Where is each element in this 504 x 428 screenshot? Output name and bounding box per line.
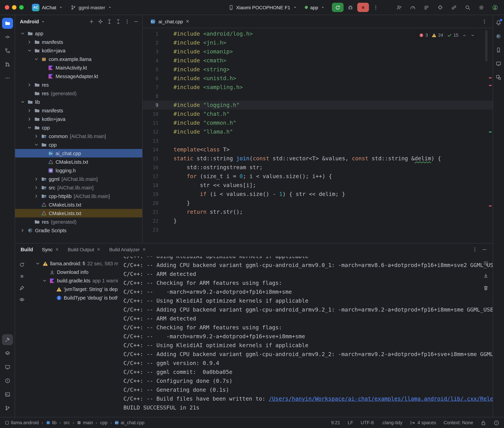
editor-scrollbar[interactable] (485, 30, 487, 62)
close-tab-icon[interactable]: ✕ (186, 19, 189, 24)
tree-item-cpp[interactable]: cpp (15, 140, 142, 149)
build-tree-item-build-gradle-kts[interactable]: build.gradle.ktsapp 1 warning (29, 276, 118, 285)
next-problem-icon[interactable] (470, 33, 475, 38)
project-selector[interactable]: AC AiChat (29, 2, 66, 13)
code-with-me-button[interactable] (394, 3, 404, 12)
chevron-right-icon[interactable] (34, 133, 39, 139)
run-config-selector[interactable]: app (302, 3, 328, 11)
tree-item-common[interactable]: common[AiChat.lib.main] (15, 132, 142, 140)
close-window-button[interactable] (5, 5, 9, 10)
chevron-down-icon[interactable] (34, 142, 39, 148)
logcat-tool-button[interactable] (422, 3, 431, 12)
rerun-button[interactable] (18, 261, 26, 269)
expand-all-button[interactable] (105, 17, 113, 26)
build-tab-build-output[interactable]: Build Output✕ (68, 247, 100, 252)
chevron-right-icon[interactable] (34, 176, 39, 182)
soft-wrap-button[interactable] (482, 259, 490, 267)
breadcrumb-item-src[interactable]: src (64, 420, 70, 425)
kebab-button[interactable] (123, 17, 131, 26)
file-encoding[interactable]: UTF-8 (361, 420, 374, 425)
breadcrumb-item-main[interactable]: main (77, 420, 93, 425)
tree-item-manifests[interactable]: manifests (15, 106, 142, 115)
build-variants-tool-button[interactable] (2, 348, 13, 359)
zoom-window-button[interactable] (19, 5, 24, 10)
share-button[interactable] (449, 3, 459, 12)
console-file-link[interactable]: /Users/hanyin/Workspace/ai-chat/examples… (269, 395, 493, 402)
context-widget[interactable]: Context: None (444, 420, 473, 425)
inspections-widget[interactable] (494, 420, 499, 425)
chevron-down-icon[interactable] (20, 31, 25, 36)
error-stripe[interactable] (488, 28, 493, 243)
chevron-down-icon[interactable] (42, 278, 47, 283)
chevron-right-icon[interactable] (27, 39, 32, 45)
terminal-tool-button[interactable] (2, 389, 13, 400)
plugins-button[interactable] (436, 3, 445, 12)
stop-button[interactable] (357, 3, 369, 12)
minimize-window-button[interactable] (12, 5, 17, 10)
clang-tidy-widget[interactable]: .clang-tidy (381, 420, 402, 425)
tree-item-res[interactable]: res (15, 81, 142, 89)
chevron-right-icon[interactable] (27, 108, 32, 113)
stop-square-button[interactable] (18, 272, 26, 280)
tree-item-manifests[interactable]: manifests (15, 38, 142, 46)
chevron-down-icon[interactable] (27, 125, 32, 130)
project-tool-button[interactable] (2, 18, 13, 29)
running-devices-tool-button[interactable] (2, 362, 13, 372)
hide-button[interactable] (132, 17, 140, 26)
inspection-widget[interactable]: 3 24 15 (416, 30, 478, 41)
hide-tool-window-icon[interactable] (482, 247, 487, 252)
build-tab-build-analyzer[interactable]: Build Analyzer✕ (109, 247, 146, 252)
problems-tool-button[interactable] (2, 375, 13, 386)
pull-requests-tool-button[interactable] (2, 59, 13, 70)
breadcrumb-item-cpp[interactable]: cpp (100, 420, 108, 425)
more-run-options-button[interactable] (371, 3, 381, 12)
tree-item-src[interactable]: src[AiChat.lib.main] (15, 183, 142, 192)
scroll-to-end-button[interactable] (482, 272, 490, 280)
chevron-down-icon[interactable] (27, 48, 32, 53)
eye-button[interactable] (18, 296, 26, 304)
plus-button[interactable] (87, 17, 96, 26)
profiler-button[interactable] (408, 3, 418, 12)
editor-body[interactable]: 1#include <android/log.h>2#include <jni.… (143, 28, 493, 243)
structure-tool-button[interactable] (2, 45, 13, 56)
line-separator[interactable]: LF (348, 420, 353, 425)
locate-button[interactable] (96, 17, 105, 26)
tree-item-cpp[interactable]: cpp (15, 123, 142, 132)
build-tree-item-llama-android-fi[interactable]: llama.android: fi22 sec, 583 ms (29, 259, 118, 268)
device-selector[interactable]: Xiaomi POCOPHONE F1 (225, 3, 300, 11)
chevron-right-icon[interactable] (27, 116, 32, 122)
tree-item-cmakelists-txt[interactable]: CMakeLists.txt (15, 209, 142, 217)
search-everywhere-button[interactable] (463, 3, 472, 12)
chevron-right-icon[interactable] (34, 193, 39, 199)
collapse-all-button[interactable] (114, 17, 122, 26)
tree-item-ggml[interactable]: ggml[AiChat.lib.main] (15, 175, 142, 183)
build-console[interactable]: C/C++: -- Using KleidiAI optimized kerne… (118, 256, 493, 417)
branch-selector[interactable]: ggml-master (68, 3, 115, 11)
chevron-right-icon[interactable] (20, 228, 25, 233)
chevron-down-icon[interactable] (34, 56, 39, 62)
tree-item-gradle-scripts[interactable]: Gradle Scripts (15, 226, 142, 235)
chevron-right-icon[interactable] (34, 185, 39, 190)
build-tree-item-buildtype-debug-is-both-de[interactable]: BuildType 'debug' is both de (29, 293, 118, 302)
tree-item-logging-h[interactable]: Hlogging.h (15, 166, 142, 175)
tree-item-cpp-httplib[interactable]: cpp-httplib[AiChat.lib.main] (15, 192, 142, 200)
tree-item-kotlin-java[interactable]: kotlin+java (15, 115, 142, 123)
tree-item-kotlin-java[interactable]: kotlin+java (15, 46, 142, 55)
app-inspection-button[interactable] (494, 73, 503, 82)
tree-item-mainactivity-kt[interactable]: MainActivity.kt (15, 63, 142, 72)
previous-problem-icon[interactable] (462, 33, 467, 38)
tree-item-cmakelists-txt[interactable]: CMakeLists.txt (15, 157, 142, 166)
editor-tab-options-button[interactable] (480, 16, 489, 26)
indent-config[interactable]: 4 spaces (410, 420, 436, 425)
editor-tab-ai-chat-cpp[interactable]: C+ ai_chat.cpp ✕ (146, 15, 194, 28)
tree-item-cmakelists-txt[interactable]: CMakeLists.txt (15, 200, 142, 209)
tree-item-res[interactable]: res(generated) (15, 89, 142, 98)
commit-tool-button[interactable] (2, 32, 13, 42)
build-tab-sync[interactable]: Sync✕ (42, 247, 59, 252)
breadcrumb-item-llama-android[interactable]: llama.android (5, 420, 39, 425)
tree-item-ai-chat-cpp[interactable]: C+ai_chat.cpp (15, 149, 142, 157)
build-options-icon[interactable] (472, 247, 478, 252)
pin-button[interactable] (18, 284, 26, 292)
tree-item-lib[interactable]: lib (15, 98, 142, 106)
emulator-tool-button[interactable] (494, 59, 503, 68)
